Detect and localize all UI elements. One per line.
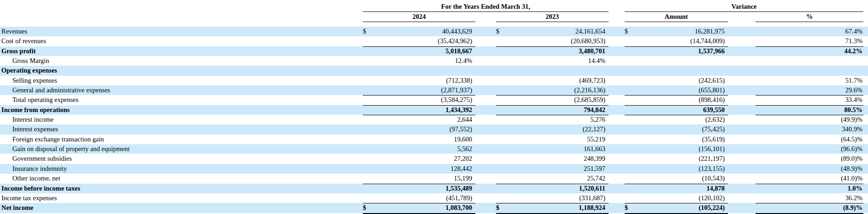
value-variance-amount: (242,615) bbox=[625, 76, 725, 85]
cell-variance-amount: (242,615) bbox=[625, 76, 728, 85]
value-variance-percent: 33.4% bbox=[755, 95, 862, 105]
value-2023: (20,680,953) bbox=[496, 36, 605, 46]
cell-2023: 1,520,611 bbox=[496, 184, 609, 193]
row-label: Foreign exchange transaction gain bbox=[0, 135, 363, 144]
value-2024: 40,443,629 bbox=[366, 27, 472, 36]
cell-2023 bbox=[496, 66, 609, 75]
cell-2023: 55,219 bbox=[496, 135, 609, 144]
value-variance-percent: (48.9)% bbox=[755, 164, 862, 174]
cell-2024: (712,338) bbox=[363, 76, 475, 85]
value-variance-percent: (89.0)% bbox=[755, 154, 862, 163]
cell-variance-percent: (48.9)% bbox=[755, 164, 863, 174]
cell-variance-percent: 1.0% bbox=[755, 184, 863, 193]
cell-2023: (2,216,136) bbox=[496, 85, 609, 96]
value-variance-amount: (221,197) bbox=[625, 154, 725, 163]
value-2023: 1,520,611 bbox=[496, 184, 605, 193]
row-label: Net income bbox=[0, 203, 363, 214]
cell-variance-percent: (8.9)% bbox=[755, 203, 863, 214]
table-row: Other income, net 15,199 25,742 (10,543)… bbox=[0, 174, 868, 183]
value-variance-amount: (2,632) bbox=[625, 115, 725, 124]
cell-variance-amount: (655,801) bbox=[625, 85, 728, 96]
row-label: Government subsidies bbox=[0, 154, 363, 163]
value-2024: 1,434,392 bbox=[363, 105, 472, 115]
cell-2024: 2,644 bbox=[363, 115, 475, 124]
row-label: Selling expenses bbox=[0, 76, 363, 85]
value-variance-percent: (96.6)% bbox=[755, 144, 862, 154]
dollar-sign-2023: $ bbox=[496, 203, 499, 213]
table-row: Income before income taxes 1,535,489 1,5… bbox=[0, 184, 868, 193]
value-2023: (469,723) bbox=[496, 76, 605, 85]
table-row: Operating expenses bbox=[0, 66, 868, 75]
value-variance-amount: (123,155) bbox=[625, 164, 725, 174]
cell-2023: 161,663 bbox=[496, 144, 609, 154]
value-2024: (3,584,275) bbox=[363, 95, 472, 105]
value-variance-percent: 36.2% bbox=[755, 193, 862, 203]
value-2023: 5,276 bbox=[496, 115, 605, 124]
row-label: Other income, net bbox=[0, 174, 363, 184]
value-variance-amount: (655,801) bbox=[625, 85, 725, 95]
row-label: Operating expenses bbox=[0, 66, 363, 75]
table-row: Foreign exchange transaction gain 19,600… bbox=[0, 135, 868, 144]
column-header-2023: 2023 bbox=[496, 13, 609, 22]
variance-group-header: Variance bbox=[625, 3, 863, 12]
table-row: Interest expenses (97,552) (22,127) (75,… bbox=[0, 124, 868, 134]
cell-variance-amount bbox=[625, 56, 728, 66]
value-2024: 5,562 bbox=[363, 144, 472, 154]
value-2024: 27,202 bbox=[363, 154, 472, 163]
cell-variance-amount: (75,425) bbox=[625, 124, 728, 134]
cell-variance-amount: (156,101) bbox=[625, 144, 728, 154]
dollar-sign-2024: $ bbox=[363, 203, 366, 213]
value-2023: 25,742 bbox=[496, 174, 605, 183]
table-row: General and administrative expenses (2,8… bbox=[0, 85, 868, 95]
cell-variance-percent: 71.3% bbox=[755, 36, 863, 46]
table-row: Selling expenses (712,338) (469,723) (24… bbox=[0, 76, 868, 85]
cell-2023: 25,742 bbox=[496, 174, 609, 184]
table-group-header-row: For the Years Ended March 31, Variance bbox=[0, 0, 863, 12]
value-2023: 55,219 bbox=[496, 135, 605, 144]
cell-variance-percent: (89.0)% bbox=[755, 154, 863, 163]
cell-variance-amount bbox=[625, 66, 728, 75]
value-2023: 248,399 bbox=[496, 154, 605, 163]
table-row: Net income $ 1,083,700 $ 1,188,924 $ (10… bbox=[0, 203, 868, 213]
cell-variance-percent bbox=[755, 56, 863, 66]
cell-2024: 128,442 bbox=[363, 164, 475, 174]
value-2024: (97,552) bbox=[363, 124, 472, 134]
row-label: Gross profit bbox=[0, 46, 363, 56]
value-variance-percent: 1.0% bbox=[755, 184, 862, 193]
row-label: Gross Margin bbox=[0, 56, 363, 66]
cell-variance-percent: 29.6% bbox=[755, 85, 863, 96]
table-row: Insurance indemnity 128,442 251,597 (123… bbox=[0, 164, 868, 174]
table-row: Gain on disposal of property and equipme… bbox=[0, 144, 868, 154]
cell-2024: 1,434,392 bbox=[363, 105, 475, 115]
row-label: Total operating expenses bbox=[0, 95, 363, 105]
table-row: Income tax expenses (451,789) (331,687) … bbox=[0, 193, 868, 203]
row-label: Gain on disposal of property and equipme… bbox=[0, 144, 363, 154]
cell-2023: 251,597 bbox=[496, 164, 609, 174]
row-label: Interest income bbox=[0, 115, 363, 124]
cell-2024: 15,199 bbox=[363, 174, 475, 184]
cell-variance-percent: (49.9)% bbox=[755, 115, 863, 124]
value-2024: 1,083,700 bbox=[366, 203, 472, 213]
cell-2023: $ 24,161,654 bbox=[496, 27, 609, 36]
value-variance-percent: 51.7% bbox=[755, 76, 862, 85]
cell-variance-amount: (2,632) bbox=[625, 115, 728, 124]
value-variance-amount: (156,101) bbox=[625, 144, 725, 154]
value-variance-amount: (898,416) bbox=[625, 95, 725, 105]
cell-2024: $ 1,083,700 bbox=[363, 203, 475, 214]
cell-variance-percent: (64.5)% bbox=[755, 135, 863, 144]
cell-variance-amount: (221,197) bbox=[625, 154, 728, 163]
cell-2024: 19,600 bbox=[363, 135, 475, 144]
row-label: Insurance indemnity bbox=[0, 164, 363, 174]
column-header-percent: % bbox=[755, 13, 863, 22]
header-spacer bbox=[0, 22, 868, 27]
table-row: Total operating expenses (3,584,275) (2,… bbox=[0, 95, 868, 105]
cell-2024: 5,562 bbox=[363, 144, 475, 154]
column-header-amount: Amount bbox=[625, 13, 728, 22]
cell-variance-amount: $ (105,224) bbox=[625, 203, 728, 214]
value-2024: (712,338) bbox=[363, 76, 472, 85]
table-row: Revenues $ 40,443,629 $ 24,161,654 $ 16,… bbox=[0, 27, 868, 36]
dollar-sign-2023: $ bbox=[496, 27, 499, 36]
cell-variance-amount: $ 16,281,975 bbox=[625, 27, 728, 36]
row-label: Income before income taxes bbox=[0, 184, 363, 193]
cell-2023: $ 1,188,924 bbox=[496, 203, 609, 214]
